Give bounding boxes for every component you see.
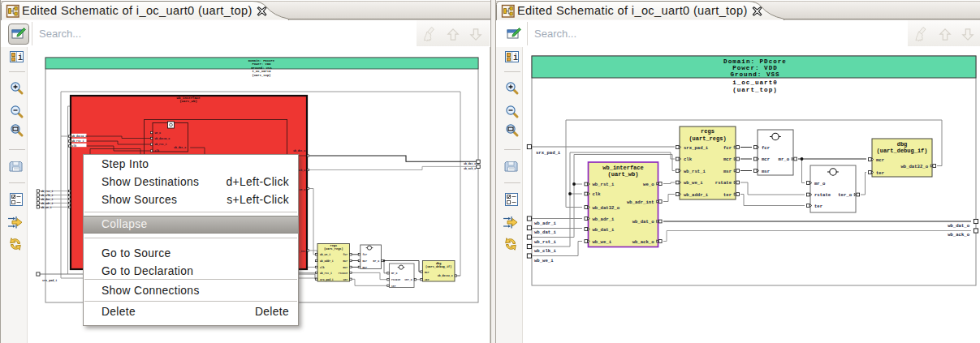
svg-text:Edited Schematic of i_oc_uart0: Edited Schematic of i_oc_uart0 (uart_top… <box>517 4 748 17</box>
svg-text:i: i <box>513 54 518 62</box>
svg-text:Edited Schematic of i_oc_uart0: Edited Schematic of i_oc_uart0 (uart_top… <box>22 4 253 17</box>
svg-text:i: i <box>18 54 23 62</box>
